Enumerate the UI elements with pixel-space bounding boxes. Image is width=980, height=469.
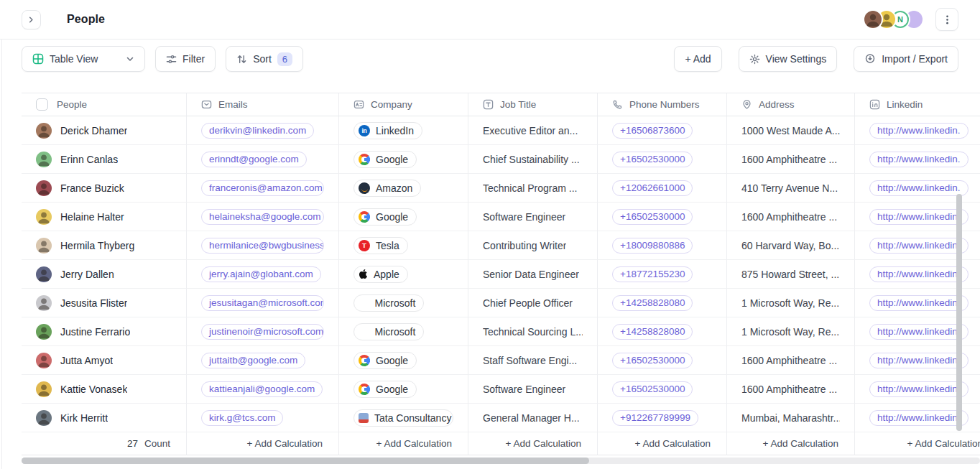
email-pill[interactable]: helaineksha@google.com <box>201 209 324 225</box>
sort-button[interactable]: Sort 6 <box>226 46 303 72</box>
phone-cell[interactable]: +16502530000 <box>598 203 727 231</box>
linkedin-pill[interactable]: http://www.linkedin. <box>869 209 969 225</box>
horizontal-scrollbar-thumb[interactable] <box>22 458 589 464</box>
company-chip[interactable]: Google <box>353 151 417 168</box>
company-cell[interactable]: Google <box>339 346 468 375</box>
job-title-cell[interactable]: Chief Sustainability ... <box>468 145 598 174</box>
phone-pill[interactable]: +16502530000 <box>612 381 693 397</box>
address-cell[interactable]: Mumbai, Maharashtr... <box>727 404 855 432</box>
phone-pill[interactable]: +18772155230 <box>612 266 693 282</box>
job-title-cell[interactable]: Software Engineer <box>468 203 598 231</box>
company-cell[interactable]: Google <box>339 145 468 174</box>
column-header-address[interactable]: Address <box>727 93 855 116</box>
email-pill[interactable]: hermilanice@bwgbusiness... <box>201 238 324 254</box>
company-chip[interactable]: in LinkedIn <box>353 122 422 139</box>
address-cell[interactable]: 1600 Amphitheatre ... <box>727 145 855 174</box>
email-cell[interactable]: justinenoir@microsoft.com <box>187 317 339 346</box>
footer-add-calculation-emails[interactable]: + Add Calculation <box>187 432 339 455</box>
sidebar-collapse-button[interactable] <box>22 10 41 29</box>
footer-add-calculation-company[interactable]: + Add Calculation <box>339 432 468 455</box>
company-cell[interactable]: Apple <box>339 260 468 289</box>
linkedin-pill[interactable]: http://www.linkedin. <box>869 180 969 196</box>
phone-cell[interactable]: +12062661000 <box>598 174 727 203</box>
table-row[interactable]: Erinn Canlas erinndt@google.com Google C… <box>22 145 980 174</box>
company-cell[interactable]: Tata Consultancy Servi <box>339 404 468 432</box>
table-row[interactable]: Derick Dhamer derikvin@linkedin.com in L… <box>22 116 980 145</box>
table-row[interactable]: Kattie Vonasek kattieanjali@google.com G… <box>22 375 980 404</box>
linkedin-pill[interactable]: http://www.linkedin. <box>869 123 969 139</box>
linkedin-pill[interactable]: http://www.linkedin. <box>869 152 969 167</box>
address-cell[interactable]: 1600 Amphitheatre ... <box>727 346 855 375</box>
phone-pill[interactable]: +18009880886 <box>612 238 693 254</box>
horizontal-scrollbar-track[interactable] <box>22 458 980 464</box>
vertical-scrollbar-thumb[interactable] <box>956 194 962 431</box>
address-cell[interactable]: 1600 Amphitheatre ... <box>727 203 855 231</box>
person-cell[interactable]: Kattie Vonasek <box>22 375 187 404</box>
phone-pill[interactable]: +16502530000 <box>612 152 693 167</box>
phone-cell[interactable]: +14258828080 <box>598 317 727 346</box>
phone-pill[interactable]: +912267789999 <box>612 410 698 426</box>
column-header-job-title[interactable]: Job Title <box>468 93 598 116</box>
address-cell[interactable]: 1 Microsoft Way, Re... <box>727 289 855 317</box>
person-cell[interactable]: France Buzick <box>22 174 187 203</box>
job-title-cell[interactable]: Chief People Officer <box>468 289 598 317</box>
person-cell[interactable]: Jerry Dallen <box>22 260 187 289</box>
address-cell[interactable]: 410 Terry Avenue N... <box>727 174 855 203</box>
footer-add-calculation-linkedin[interactable]: + Add Calculation <box>855 432 980 455</box>
address-cell[interactable]: 1600 Amphitheatre ... <box>727 375 855 404</box>
email-pill[interactable]: juttaitb@google.com <box>201 353 305 368</box>
select-all-checkbox[interactable] <box>36 98 48 111</box>
company-cell[interactable]: in LinkedIn <box>339 116 468 145</box>
company-cell[interactable]: Google <box>339 375 468 404</box>
column-header-people[interactable]: People <box>22 93 187 116</box>
table-row[interactable]: Helaine Halter helaineksha@google.com Go… <box>22 203 980 231</box>
person-cell[interactable]: Hermila Thyberg <box>22 231 187 260</box>
footer-add-calculation-address[interactable]: + Add Calculation <box>727 432 855 455</box>
job-title-cell[interactable]: Technical Program ... <box>468 174 598 203</box>
filter-button[interactable]: Filter <box>155 46 216 72</box>
address-cell[interactable]: 1000 West Maude A... <box>727 116 855 145</box>
email-pill[interactable]: erinndt@google.com <box>201 152 307 167</box>
person-cell[interactable]: Justine Ferrario <box>22 317 187 346</box>
address-cell[interactable]: 60 Harvard Way, Bo... <box>727 231 855 260</box>
column-header-linkedin[interactable]: Linkedin <box>855 93 980 116</box>
email-pill[interactable]: kirk.g@tcs.com <box>201 410 283 426</box>
email-cell[interactable]: erinndt@google.com <box>187 145 339 174</box>
phone-pill[interactable]: +14258828080 <box>612 295 693 311</box>
person-cell[interactable]: Jutta Amyot <box>22 346 187 375</box>
phone-pill[interactable]: +16502530000 <box>612 353 693 368</box>
job-title-cell[interactable]: Technical Sourcing L... <box>468 317 598 346</box>
company-cell[interactable]: Amazon <box>339 174 468 203</box>
job-title-cell[interactable]: General Manager H... <box>468 404 598 432</box>
email-pill[interactable]: jerry.ajain@globant.com <box>201 266 321 282</box>
phone-cell[interactable]: +16502530000 <box>598 346 727 375</box>
person-cell[interactable]: Derick Dhamer <box>22 116 187 145</box>
email-cell[interactable]: kirk.g@tcs.com <box>187 404 339 432</box>
phone-pill[interactable]: +16502530000 <box>612 209 693 225</box>
job-title-cell[interactable]: Software Engineer <box>468 375 598 404</box>
company-cell[interactable]: Microsoft <box>339 317 468 346</box>
address-cell[interactable]: 875 Howard Street, ... <box>727 260 855 289</box>
footer-add-calculation-phone[interactable]: + Add Calculation <box>598 432 727 455</box>
table-row[interactable]: Jerry Dallen jerry.ajain@globant.com App… <box>22 260 980 289</box>
job-title-cell[interactable]: Executive Editor an... <box>468 116 598 145</box>
address-cell[interactable]: 1 Microsoft Way, Re... <box>727 317 855 346</box>
column-header-phone[interactable]: Phone Numbers <box>598 93 727 116</box>
email-cell[interactable]: juttaitb@google.com <box>187 346 339 375</box>
table-row[interactable]: Jutta Amyot juttaitb@google.com Google S… <box>22 346 980 375</box>
view-settings-button[interactable]: View Settings <box>739 46 838 72</box>
company-cell[interactable]: T Tesla <box>339 231 468 260</box>
table-row[interactable]: Hermila Thyberg hermilanice@bwgbusiness.… <box>22 231 980 260</box>
company-cell[interactable]: Microsoft <box>339 289 468 317</box>
company-chip[interactable]: T Tesla <box>353 237 408 254</box>
company-chip[interactable]: Microsoft <box>353 294 424 312</box>
company-chip[interactable]: Apple <box>353 266 408 283</box>
company-chip[interactable]: Google <box>353 208 417 226</box>
phone-cell[interactable]: +16502530000 <box>598 375 727 404</box>
table-row[interactable]: Jesusita Flister jesusitagan@microsoft.c… <box>22 289 980 317</box>
footer-add-calculation-job-title[interactable]: + Add Calculation <box>468 432 598 455</box>
more-options-button[interactable] <box>935 8 958 31</box>
footer-count-cell[interactable]: 27 Count <box>22 432 187 455</box>
import-export-button[interactable]: Import / Export <box>854 46 958 72</box>
phone-pill[interactable]: +16506873600 <box>612 123 693 139</box>
